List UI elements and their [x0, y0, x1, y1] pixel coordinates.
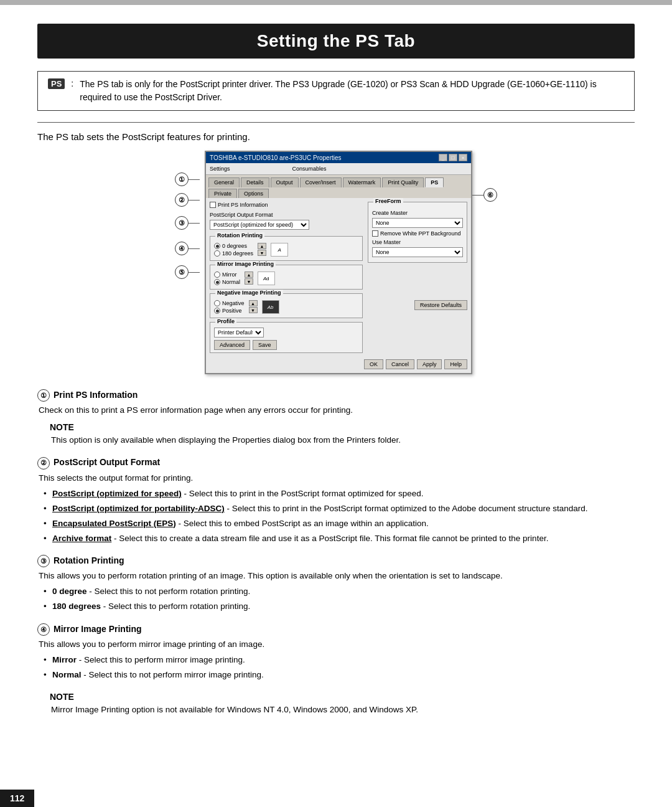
callout-row-3: ③	[175, 209, 200, 237]
section-3: ③ Rotation Printing This allows you to p…	[37, 555, 635, 613]
print-ps-label: Print PS Information	[218, 202, 268, 208]
save-profile-btn[interactable]: Save	[253, 340, 277, 350]
negative-neg-row: Negative	[214, 300, 245, 306]
mirror-content: Mirror Normal ▲	[214, 271, 358, 286]
ps-note-box: PS : The PS tab is only for the PostScri…	[37, 71, 635, 111]
help-btn[interactable]: Help	[444, 359, 467, 369]
section-1-body: Check on this to print a PS error inform…	[37, 404, 635, 417]
section-2-title: PostScript Output Format	[54, 457, 160, 467]
callout-1: ①	[175, 172, 189, 186]
ok-btn[interactable]: OK	[364, 359, 383, 369]
callout-4: ④	[175, 242, 189, 255]
print-ps-checkbox-row[interactable]: Print PS Information	[210, 202, 363, 208]
mirror-mirror-label: Mirror	[222, 271, 237, 278]
section-2-num: ②	[37, 457, 50, 470]
callout-line-1	[189, 179, 200, 180]
mirror-normal-radio[interactable]	[214, 279, 220, 285]
rotation-180-row: 180 degrees	[214, 250, 253, 257]
rotation-down-btn[interactable]: ▼	[258, 250, 266, 256]
tab-output[interactable]: Output	[271, 177, 299, 187]
consumables-label: Consumables	[292, 166, 327, 172]
dialog-left-panel: Print PS Information PostScript Output F…	[210, 202, 363, 353]
rotation-180-radio[interactable]	[214, 250, 220, 257]
remove-white-ppt-row[interactable]: Remove White PPT Background	[372, 230, 463, 237]
dialog-tabs-row[interactable]: General Details Output Cover/Insert Wate…	[206, 175, 471, 198]
callout-6: ⑥	[483, 188, 497, 202]
rotation-radios: 0 degrees 180 degrees	[214, 243, 253, 258]
profile-select[interactable]: Printer Default	[214, 328, 264, 337]
negative-down-btn[interactable]: ▼	[249, 307, 258, 313]
bullet-3-2: 180 degrees - Select this to perform rot…	[44, 600, 635, 613]
dialog-controls[interactable]: _ □ ×	[439, 154, 467, 161]
intro-text: The PS tab sets the PostScript features …	[37, 131, 635, 142]
ps-output-format-select[interactable]: PostScript (optimized for speed)	[210, 220, 309, 230]
page-number: 112	[0, 790, 34, 807]
create-master-label: Create Master	[372, 210, 463, 216]
section-4-header: ④ Mirror Image Printing	[37, 623, 635, 636]
callout-row-4: ④	[175, 237, 200, 260]
tab-options[interactable]: Options	[238, 189, 269, 198]
negative-neg-radio[interactable]	[214, 300, 220, 306]
remove-white-ppt-checkbox[interactable]	[372, 230, 378, 237]
negative-pos-radio[interactable]	[214, 308, 220, 314]
cancel-btn[interactable]: Cancel	[386, 359, 414, 369]
callout-row-5: ⑤	[175, 260, 200, 284]
rotation-180-label: 180 degrees	[222, 250, 253, 257]
ps-note-colon: :	[71, 78, 73, 88]
maximize-btn[interactable]: □	[449, 154, 457, 161]
tab-cover[interactable]: Cover/Insert	[300, 177, 342, 187]
mirror-mirror-radio[interactable]	[214, 271, 220, 278]
print-ps-checkbox[interactable]	[210, 202, 216, 208]
ps-output-select-row: PostScript (optimized for speed)	[210, 220, 363, 232]
minimize-btn[interactable]: _	[439, 154, 447, 161]
settings-label: Settings	[210, 166, 230, 172]
mirror-section: Mirror Image Printing Mirror	[210, 265, 363, 290]
apply-btn[interactable]: Apply	[417, 359, 442, 369]
tab-ps[interactable]: PS	[425, 177, 444, 187]
advanced-btn[interactable]: Advanced	[214, 340, 250, 350]
tab-general[interactable]: General	[208, 177, 240, 187]
page-number-bar: 112	[0, 790, 672, 807]
callout-5: ⑤	[175, 265, 189, 279]
close-btn[interactable]: ×	[459, 154, 467, 161]
restore-defaults-container: Restore Defaults	[368, 300, 467, 310]
use-master-select[interactable]: None	[372, 247, 463, 257]
bottom-note-text: Mirror Image Printing option is not avai…	[50, 704, 635, 717]
mirror-up-btn[interactable]: ▲	[245, 271, 253, 278]
callout-line-4	[189, 248, 200, 249]
profile-box: Profile Printer Default Advanced Save	[210, 322, 363, 353]
title-bar: Setting the PS Tab	[37, 24, 635, 59]
content: Setting the PS Tab PS : The PS tab is on…	[0, 5, 672, 747]
section-2: ② PostScript Output Format This selects …	[37, 457, 635, 545]
section-1-note-header: NOTE	[50, 422, 635, 432]
divider	[37, 122, 635, 123]
section-3-num: ③	[37, 555, 50, 567]
create-master-select[interactable]: None	[372, 218, 463, 228]
ps-output-format-label: PostScript Output Format	[210, 212, 363, 218]
tab-printquality[interactable]: Print Quality	[382, 177, 424, 187]
negative-up-btn[interactable]: ▲	[249, 300, 258, 306]
section-1-note: NOTE This option is only available when …	[50, 422, 635, 447]
rotation-up-btn[interactable]: ▲	[258, 243, 266, 249]
profile-section: Profile Printer Default Advanced Save	[210, 322, 363, 353]
bullet-4-2: Normal - Select this to not perform mirr…	[44, 669, 635, 682]
top-bar	[0, 0, 672, 5]
restore-defaults-btn[interactable]: Restore Defaults	[414, 300, 467, 310]
rotation-arrows: ▲ ▼	[258, 243, 266, 256]
callout-line-2	[189, 200, 200, 201]
rotation-0-radio[interactable]	[214, 243, 220, 249]
bullet-2-2: PostScript (optimized for portability-AD…	[44, 503, 635, 516]
tab-watermark[interactable]: Watermark	[343, 177, 381, 187]
tab-private[interactable]: Private	[208, 189, 237, 198]
dialog-titlebar: TOSHIBA e-STUDIO810 are-PS3UC Properties…	[206, 152, 471, 163]
dialog-ok-row: OK Cancel Apply Help	[206, 357, 471, 373]
callout-line-6	[472, 195, 483, 196]
freeform-title: FreeForm	[373, 198, 403, 204]
mirror-down-btn[interactable]: ▼	[245, 278, 253, 285]
page: Setting the PS Tab PS : The PS tab is on…	[0, 0, 672, 807]
ps-output-format-section: PostScript Output Format PostScript (opt…	[210, 212, 363, 232]
ps-badge: PS	[48, 78, 65, 89]
tab-details[interactable]: Details	[241, 177, 269, 187]
section-3-title: Rotation Printing	[54, 555, 124, 565]
callout-row-2: ②	[175, 191, 200, 209]
